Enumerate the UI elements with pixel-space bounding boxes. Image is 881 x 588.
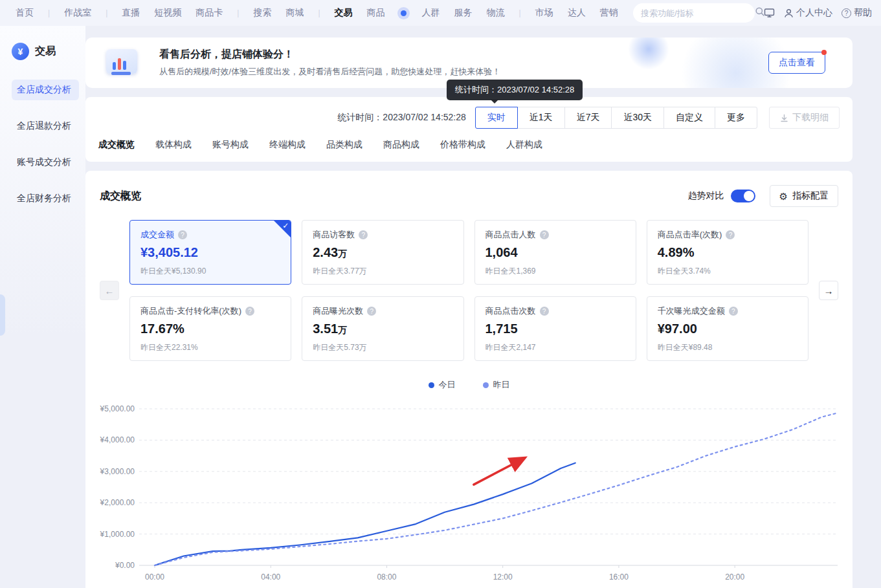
metric-yesterday: 昨日全天3.77万	[313, 266, 452, 277]
cards-next-button[interactable]: →	[819, 281, 838, 300]
nav-item[interactable]: 商品卡	[195, 7, 223, 19]
x-tick-label: 04:00	[261, 572, 280, 582]
nav-item[interactable]: 市场	[535, 7, 553, 19]
sidebar-item[interactable]: 全店退款分析	[12, 116, 79, 136]
user-center-label[interactable]: 个人中心	[796, 7, 832, 19]
metric-card[interactable]: 商品曝光次数?3.51万昨日全天5.73万	[302, 296, 463, 361]
banner-subtitle: 从售后的规模/时效/体验三维度出发，及时看清售后经营问题，助您快速处理，赶快来体…	[159, 66, 500, 78]
global-search[interactable]	[633, 3, 755, 23]
nav-item[interactable]: 搜索	[253, 7, 271, 19]
sidebar-item[interactable]: 账号成交分析	[12, 152, 79, 173]
y-tick-label: ¥4,000.00	[100, 435, 135, 444]
trend-compare-toggle[interactable]	[731, 190, 755, 202]
nav-item[interactable]: 交易	[335, 7, 353, 19]
metric-config-button[interactable]: ⚙ 指标配置	[770, 185, 838, 207]
banner-decoration	[628, 38, 669, 70]
nav-item[interactable]: 首页	[16, 7, 34, 19]
metric-card[interactable]: 商品点击次数?1,715昨日全天2,147	[474, 296, 636, 361]
question-icon[interactable]: ?	[540, 307, 549, 316]
nav-item[interactable]: 服务	[454, 7, 473, 19]
sidebar-item[interactable]: 全店成交分析	[12, 80, 79, 100]
metric-card[interactable]: 商品点击人数?1,064昨日全天1,369	[474, 220, 636, 285]
question-icon[interactable]: ?	[729, 307, 738, 316]
banner-title: 看售后分析，提店铺体验分！	[159, 48, 500, 61]
tab-人群构成[interactable]: 人群构成	[506, 139, 542, 153]
metric-yesterday: 昨日全天22.31%	[140, 342, 280, 353]
tab-账号构成[interactable]: 账号构成	[212, 139, 249, 153]
legend-dot-icon	[483, 382, 489, 388]
top-nav: 首页|作战室|直播短视频商品卡|搜索商城|交易商品人群服务物流|市场达人营销 个…	[0, 0, 881, 26]
x-tick-label: 00:00	[145, 572, 164, 582]
nav-item[interactable]: 作战室	[64, 7, 91, 19]
metric-card[interactable]: 商品点击-支付转化率(次数)?17.67%昨日全天22.31%	[129, 296, 291, 361]
tab-载体构成[interactable]: 载体构成	[155, 139, 192, 153]
metric-yesterday: 昨日全天¥89.48	[658, 342, 797, 353]
time-range-button[interactable]: 近30天	[611, 107, 664, 129]
legend-label: 今日	[439, 379, 456, 391]
metric-yesterday: 昨日全天2,147	[485, 342, 625, 353]
notification-dot	[821, 50, 827, 55]
search-input[interactable]	[641, 8, 755, 18]
nav-item[interactable]: 直播	[122, 7, 140, 19]
chart-legend: 今日昨日	[100, 379, 838, 391]
metric-card[interactable]: 商品点击率(次数)?4.89%昨日全天3.74%	[647, 220, 809, 285]
help-icon: ?	[842, 8, 851, 18]
sidebar-group-trade: ¥ 交易	[12, 43, 85, 60]
tab-终端构成[interactable]: 终端构成	[269, 139, 306, 153]
metric-card[interactable]: 成交金额?¥3,405.12昨日全天¥5,130.90✓	[129, 220, 291, 285]
time-range-button[interactable]: 更多	[715, 107, 757, 129]
cards-prev-button[interactable]: ←	[100, 281, 119, 300]
stat-time-text: 统计时间：2023/07/02 14:52:28	[337, 112, 465, 124]
metric-value: 2.43万	[313, 245, 452, 260]
x-tick-label: 16:00	[609, 572, 629, 582]
legend-item[interactable]: 昨日	[483, 379, 510, 391]
legend-item[interactable]: 今日	[429, 379, 456, 391]
tab-品类构成[interactable]: 品类构成	[326, 139, 362, 153]
time-range-button[interactable]: 自定义	[664, 107, 715, 129]
help-label[interactable]: 帮助	[854, 7, 872, 19]
metric-label: 千次曝光成交金额	[658, 305, 725, 317]
nav-item[interactable]: 商城	[285, 7, 304, 19]
legend-dot-icon	[429, 382, 434, 388]
metric-yesterday: 昨日全天5.73万	[313, 342, 452, 353]
time-range-button[interactable]: 实时	[475, 107, 518, 129]
question-icon[interactable]: ?	[178, 230, 187, 239]
sidebar-group-title: 交易	[35, 45, 56, 58]
download-detail-button[interactable]: 下载明细	[769, 107, 840, 129]
nav-item[interactable]: 短视频	[154, 7, 181, 19]
metric-label: 成交金额	[140, 229, 174, 241]
time-range-button[interactable]: 近1天	[517, 107, 565, 129]
tab-成交概览[interactable]: 成交概览	[98, 139, 135, 153]
nav-item[interactable]: 人群	[422, 7, 440, 19]
tab-价格带构成[interactable]: 价格带构成	[440, 139, 485, 153]
x-tick-label: 12:00	[493, 572, 513, 582]
metric-card[interactable]: 商品访客数?2.43万昨日全天3.77万	[302, 220, 463, 285]
metric-value: ¥3,405.12	[140, 245, 280, 260]
metric-card[interactable]: 千次曝光成交金额?¥97.00昨日全天¥89.48	[647, 296, 809, 361]
nav-item[interactable]: 物流	[487, 7, 505, 19]
nav-item[interactable]: 商品	[367, 7, 385, 19]
nav-item[interactable]: 营销	[600, 7, 618, 19]
question-icon[interactable]: ?	[359, 230, 368, 239]
sidebar-items: 全店成交分析全店退款分析账号成交分析全店财务分析	[12, 80, 85, 209]
tab-商品构成[interactable]: 商品构成	[383, 139, 419, 153]
sidebar-item[interactable]: 全店财务分析	[12, 188, 79, 209]
top-nav-items: 首页|作战室|直播短视频商品卡|搜索商城|交易商品人群服务物流|市场达人营销	[16, 7, 618, 19]
question-icon[interactable]: ?	[367, 307, 376, 316]
question-icon[interactable]: ?	[245, 307, 254, 316]
user-center-link[interactable]: 个人中心	[784, 7, 832, 19]
y-tick-label: ¥5,000.00	[100, 404, 135, 413]
question-icon[interactable]: ?	[540, 230, 549, 239]
download-icon	[780, 114, 788, 122]
edge-widget[interactable]	[0, 294, 5, 336]
monitor-icon[interactable]	[764, 8, 775, 18]
main-content: 看售后分析，提店铺体验分！ 从售后的规模/时效/体验三维度出发，及时看清售后经营…	[85, 26, 853, 588]
time-range-button[interactable]: 近7天	[564, 107, 612, 129]
help-link[interactable]: ? 帮助	[842, 7, 872, 19]
question-icon[interactable]: ?	[726, 230, 735, 239]
trend-compare-control: 趋势对比	[688, 190, 755, 202]
overview-header: 成交概览 趋势对比 ⚙ 指标配置	[100, 185, 838, 207]
metric-yesterday: 昨日全天3.74%	[658, 266, 797, 277]
nav-item[interactable]: 达人	[568, 7, 586, 19]
banner-cta-button[interactable]: 点击查看	[768, 52, 825, 74]
